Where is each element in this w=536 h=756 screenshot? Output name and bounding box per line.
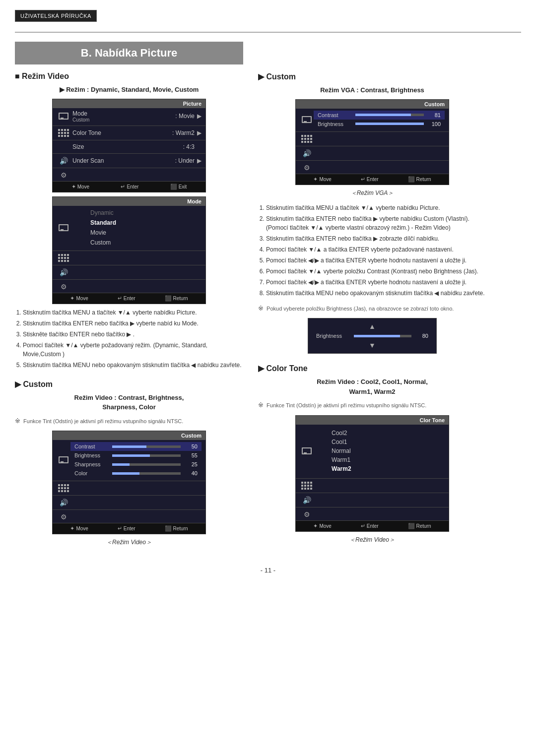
vga-footer-enter-label: Enter xyxy=(367,177,379,182)
mode-step-2: Stisknutím tlačítka ENTER nebo tlačítka … xyxy=(23,319,243,328)
sharpness-bar-fill xyxy=(112,463,130,466)
mode-label: Mode Custom xyxy=(70,110,165,123)
footer-exit: ⬛ Exit xyxy=(170,184,187,190)
mode-item-standard: Standard xyxy=(72,218,201,228)
vga-enter-icon: ↵ xyxy=(361,176,365,183)
ct-picture-shape xyxy=(302,447,312,454)
vga-settings-sym: ⚙ xyxy=(304,164,310,172)
brightness-arrow-down: ▼ xyxy=(312,341,432,349)
brightness-bar-fill xyxy=(112,454,150,457)
underscan-label: Under Scan xyxy=(70,157,165,164)
mode-arrow: ▶ xyxy=(195,113,201,120)
sep1 xyxy=(53,126,205,126)
custom-picture-icon xyxy=(57,456,70,463)
size-value: : 4:3 xyxy=(165,143,195,150)
custom-vga-heading-text: ▶ Custom xyxy=(258,72,296,81)
ct-cool1: Cool1 xyxy=(332,438,441,446)
custom-picture-shape xyxy=(59,456,68,463)
ct-grid-shape xyxy=(301,482,312,490)
vga-footer-move-label: Move xyxy=(319,177,331,182)
vga-note2: ※ Pokud vyberete položku Brightness (Jas… xyxy=(258,304,486,314)
color-tone-heading: ▶ Color Tone xyxy=(258,364,486,373)
vga-footer-return-label: Return xyxy=(416,177,431,182)
ct-settings-row: ⚙ xyxy=(296,508,449,520)
color-bar-track xyxy=(112,472,181,475)
popup-brightness-value: 80 xyxy=(414,333,428,339)
mode-icons-row: Dynamic Standard Movie Custom xyxy=(53,206,205,250)
popup-brightness-track xyxy=(354,335,411,337)
custom-video-icons-row: Contrast 50 Brightness xyxy=(53,440,205,480)
ct-picture-icon xyxy=(300,447,314,454)
mode-sub-label: Custom xyxy=(72,117,165,123)
mode-sound-row: 🔊 xyxy=(53,266,205,278)
vga-contrast-label: Contrast xyxy=(318,112,352,118)
custom-vga-subheading: Režim VGA : Contrast, Brightness xyxy=(258,85,486,95)
mode-move-icon: ✦ xyxy=(70,295,74,302)
subsection-heading-mode: ▶ Režim : Dynamic, Standard, Movie, Cust… xyxy=(15,85,243,95)
page-title: B. Nabídka Picture xyxy=(15,42,243,64)
mode-settings-sym: ⚙ xyxy=(61,283,67,291)
color-tone-icons-row: Cool2 Cool1 Normal Warm1 Warm2 xyxy=(296,425,449,477)
vga-step-7: Pomocí tlačítek ◀/▶ a tlačítka ENTER vyb… xyxy=(266,278,486,287)
section-rezim-video: ■ Režim Video ▶ Režim : Dynamic, Standar… xyxy=(15,72,243,370)
color-tone-subheading: Režim Video : Cool2, Cool1, Normal,Warm1… xyxy=(258,377,486,396)
custom-settings-sym: ⚙ xyxy=(61,513,67,521)
custom-footer-return-label: Return xyxy=(173,526,188,531)
vga-step-6: Pomocí tlačítek ▼/▲ vyberte položku Cont… xyxy=(266,267,486,276)
vga-brightness-label: Brightness xyxy=(318,121,352,127)
custom-return-icon: ⬛ xyxy=(165,525,172,532)
color-bar-fill xyxy=(112,472,139,475)
mode-menu-title: Mode xyxy=(53,197,205,206)
sound-icon: 🔊 xyxy=(57,157,70,165)
menu-row-size: Size : 4:3 xyxy=(53,141,205,152)
left-column: ■ Režim Video ▶ Režim : Dynamic, Standar… xyxy=(15,72,243,557)
sharpness-bar-track xyxy=(112,463,181,466)
custom-grid-row xyxy=(53,482,205,494)
mode-sep3 xyxy=(53,279,205,280)
ct-grid-row xyxy=(296,480,449,492)
vga-footer-return: ⬛ Return xyxy=(408,176,431,183)
section-heading-rezim-video: ■ Režim Video xyxy=(15,72,243,81)
mode-step-4: Pomocí tlačítek ▼/▲ vyberte požadovaný r… xyxy=(23,341,243,359)
picture-icon xyxy=(57,113,70,120)
ct-footer-enter: ↵ Enter xyxy=(361,523,379,529)
vga-brightness-value: 100 xyxy=(427,121,441,127)
vga-grid-icon xyxy=(300,135,314,143)
color-tone-note: ※ Funkce Tint (Odstín) je aktivní při re… xyxy=(258,400,486,410)
vga-step-1: Stisknutím tlačítka MENU a tlačítek ▼/▲ … xyxy=(266,203,486,212)
color-bar-label: Color xyxy=(74,470,109,476)
vga-settings-row: ⚙ xyxy=(296,162,449,174)
mode-settings-row: ⚙ xyxy=(53,281,205,293)
mode-value: : Movie xyxy=(165,113,195,120)
mode-grid-shape xyxy=(58,254,69,262)
vga-brightness-track xyxy=(355,123,424,125)
vga-picture-shape xyxy=(302,116,312,123)
ct-sound-sym: 🔊 xyxy=(303,496,311,504)
mode-step-3: Stiskněte tlačítko ENTER nebo tlačítko ▶… xyxy=(23,330,243,339)
page-number: - 11 - xyxy=(15,567,521,574)
popup-brightness-row: Brightness 80 xyxy=(312,331,432,340)
contrast-bar-track xyxy=(112,445,181,448)
vga-menu-footer: ✦ Move ↵ Enter ⬛ Return xyxy=(296,174,449,185)
note-sym: ※ xyxy=(15,417,20,425)
ct-footer-return: ⬛ Return xyxy=(408,523,431,529)
mode-item-movie: Movie xyxy=(72,228,201,238)
brightness-bar-track xyxy=(112,454,181,457)
sep2 xyxy=(53,140,205,140)
menu-row-colortone: Color Tone : Warm2 ▶ xyxy=(53,127,205,139)
settings-icon: ⚙ xyxy=(57,171,70,179)
picture-menu-title: Picture xyxy=(53,99,205,108)
sharpness-bar-row: Sharpness 25 xyxy=(70,460,201,469)
mode-return-icon: ⬛ xyxy=(165,295,172,302)
custom-settings-icon: ⚙ xyxy=(57,513,70,521)
custom-grid-icon xyxy=(57,484,70,492)
vga-step-5: Pomocí tlačítek ◀/▶ a tlačítka ENTER vyb… xyxy=(266,256,486,265)
custom-move-icon: ✦ xyxy=(70,525,74,532)
custom-footer-move-label: Move xyxy=(76,526,88,531)
mode-footer-move: ✦ Move xyxy=(70,295,88,302)
ct-return-icon: ⬛ xyxy=(408,523,415,529)
mode-item-dynamic: Dynamic xyxy=(72,208,201,218)
grid-icon xyxy=(57,129,70,137)
vga-brightness-bar-row: Brightness 100 xyxy=(314,120,445,128)
sep3 xyxy=(53,153,205,154)
